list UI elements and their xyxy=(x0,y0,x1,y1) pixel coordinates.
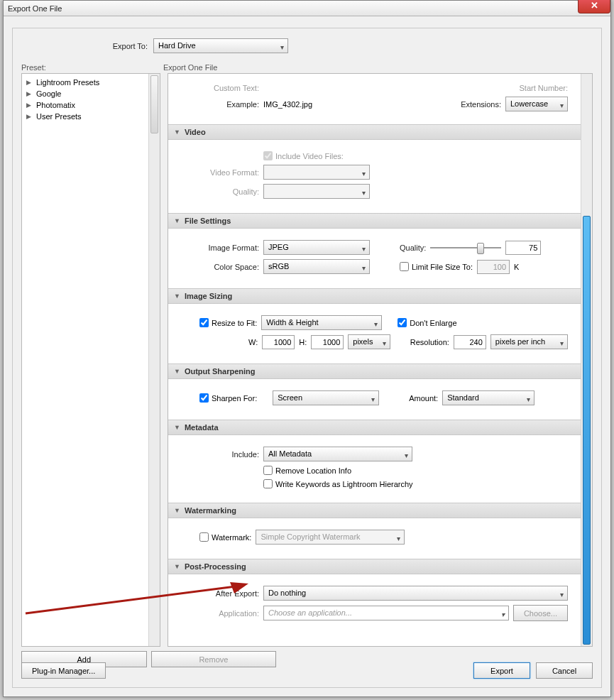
size-unit-select[interactable]: pixels xyxy=(348,334,390,349)
amount-label: Amount: xyxy=(409,394,438,403)
export-to-row: Export To: Hard Drive xyxy=(13,28,601,63)
height-input[interactable] xyxy=(311,335,344,349)
preset-scrollbar[interactable] xyxy=(148,74,160,646)
resolution-unit-select[interactable]: pixels per inch xyxy=(490,334,568,349)
color-space-select[interactable]: sRGB xyxy=(263,259,370,274)
metadata-include-select[interactable]: All Metadata xyxy=(263,447,412,461)
titlebar: Export One File ✕ xyxy=(4,1,610,16)
settings-header: Export One File xyxy=(163,63,217,72)
preset-panel: ▶Lightroom Presets ▶Google ▶Photomatix ▶… xyxy=(21,73,160,647)
watermark-checkbox[interactable]: Watermark: xyxy=(199,532,251,542)
settings-scrollbar[interactable] xyxy=(581,74,592,646)
write-keywords-checkbox[interactable]: Write Keywords as Lightroom Hierarchy xyxy=(263,479,413,488)
metadata-include-label: Include: xyxy=(181,450,259,459)
chevron-right-icon: ▶ xyxy=(26,102,33,109)
limit-filesize-checkbox[interactable]: Limit File Size To: xyxy=(400,262,473,271)
dont-enlarge-checkbox[interactable]: Don't Enlarge xyxy=(398,318,456,327)
plugin-manager-button[interactable]: Plug-in Manager... xyxy=(21,662,106,679)
application-label: Application: xyxy=(181,609,259,618)
h-label: H: xyxy=(299,338,307,346)
video-format-select xyxy=(263,165,370,180)
choose-app-button: Choose... xyxy=(513,605,568,621)
extensions-select[interactable]: Lowercase xyxy=(505,97,568,111)
settings-panel: Custom Text: Start Number: Example: IMG_… xyxy=(168,73,593,647)
extensions-label: Extensions: xyxy=(461,100,501,109)
section-video[interactable]: ▼Video xyxy=(168,124,581,140)
chevron-down-icon: ▼ xyxy=(174,292,180,300)
resolution-input[interactable] xyxy=(454,335,486,349)
export-to-select[interactable]: Hard Drive xyxy=(153,38,288,53)
cancel-button[interactable]: Cancel xyxy=(536,662,593,679)
width-input[interactable] xyxy=(262,335,295,349)
chevron-right-icon: ▶ xyxy=(26,113,33,120)
preset-item[interactable]: ▶Google xyxy=(22,88,160,99)
window-title: Export One File xyxy=(8,4,62,13)
video-format-label: Video Format: xyxy=(181,168,259,177)
custom-text-label: Custom Text: xyxy=(181,84,259,92)
sharpen-for-select[interactable]: Screen xyxy=(273,390,379,405)
chevron-right-icon: ▶ xyxy=(26,79,33,86)
section-file-settings[interactable]: ▼File Settings xyxy=(168,213,581,229)
example-value: IMG_4302.jpg xyxy=(263,100,312,109)
column-headers: Preset: Export One File xyxy=(13,63,601,73)
chevron-down-icon: ▼ xyxy=(174,368,180,375)
chevron-right-icon: ▶ xyxy=(26,90,33,97)
image-format-select[interactable]: JPEG xyxy=(263,240,370,255)
resize-mode-select[interactable]: Width & Height xyxy=(261,315,382,330)
chevron-down-icon: ▼ xyxy=(174,563,180,570)
export-to-label: Export To: xyxy=(98,42,148,50)
resize-to-fit-checkbox[interactable]: Resize to Fit: xyxy=(199,318,257,327)
export-dialog: Export One File ✕ Export To: Hard Drive … xyxy=(3,0,611,697)
start-number-label: Start Number: xyxy=(520,84,568,92)
chevron-down-icon: ▼ xyxy=(174,128,180,136)
quality-label: Quality: xyxy=(400,244,426,252)
section-image-sizing[interactable]: ▼Image Sizing xyxy=(168,288,581,304)
remove-location-checkbox[interactable]: Remove Location Info xyxy=(263,466,351,475)
resolution-label: Resolution: xyxy=(410,338,449,346)
w-label: W: xyxy=(248,338,258,346)
section-post-processing[interactable]: ▼Post-Processing xyxy=(168,559,581,574)
quality-input[interactable] xyxy=(505,241,541,255)
export-button[interactable]: Export xyxy=(473,662,530,679)
chevron-down-icon: ▼ xyxy=(174,507,180,514)
preset-list[interactable]: ▶Lightroom Presets ▶Google ▶Photomatix ▶… xyxy=(22,74,160,646)
limit-filesize-input xyxy=(477,260,510,274)
preset-item[interactable]: ▶User Presets xyxy=(22,111,160,122)
image-format-label: Image Format: xyxy=(181,244,259,252)
dialog-body: Export To: Hard Drive Preset: Export One… xyxy=(12,28,602,688)
limit-unit: K xyxy=(514,263,519,271)
color-space-label: Color Space: xyxy=(181,263,259,271)
after-export-select[interactable]: Do nothing xyxy=(263,586,568,601)
after-export-label: After Export: xyxy=(181,589,259,598)
section-metadata[interactable]: ▼Metadata xyxy=(168,420,581,435)
section-output-sharpening[interactable]: ▼Output Sharpening xyxy=(168,363,581,379)
preset-item[interactable]: ▶Lightroom Presets xyxy=(22,77,160,88)
video-quality-label: Quality: xyxy=(181,187,259,196)
include-video-checkbox[interactable]: Include Video Files: xyxy=(263,151,344,160)
chevron-down-icon: ▼ xyxy=(174,424,180,431)
preset-header: Preset: xyxy=(21,63,163,72)
video-quality-select xyxy=(263,184,370,199)
sharpen-amount-select[interactable]: Standard xyxy=(442,390,534,405)
section-watermarking[interactable]: ▼Watermarking xyxy=(168,503,581,518)
quality-slider[interactable] xyxy=(430,241,501,254)
close-button[interactable]: ✕ xyxy=(578,0,610,13)
example-label: Example: xyxy=(181,100,259,109)
chevron-down-icon: ▼ xyxy=(174,217,180,224)
sharpen-for-checkbox[interactable]: Sharpen For: xyxy=(199,393,257,403)
preset-item[interactable]: ▶Photomatix xyxy=(22,99,160,111)
watermark-select: Simple Copyright Watermark xyxy=(256,530,405,545)
application-select: Choose an application... xyxy=(263,606,509,620)
